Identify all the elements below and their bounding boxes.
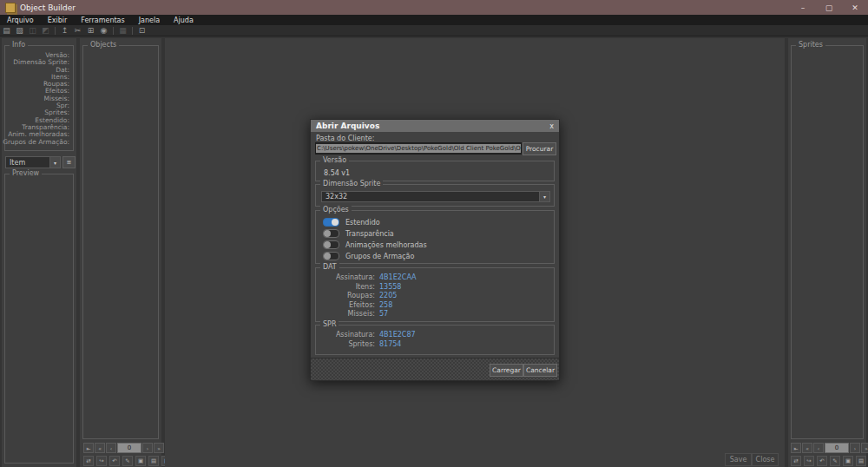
browse-button[interactable]: Procurar bbox=[523, 142, 556, 155]
menu-exibir[interactable]: Exibir bbox=[41, 15, 75, 25]
titlebar: Object Builder – ▢ ✕ bbox=[0, 0, 868, 15]
window-title: Object Builder bbox=[20, 3, 76, 12]
dat-groupbox: DAT Assinatura:4B1E2CAA Itens:13558 Roup… bbox=[315, 267, 555, 322]
viewer-icon[interactable]: ⊞ bbox=[84, 25, 97, 36]
undo-icon[interactable]: ↶ bbox=[817, 456, 827, 466]
toolbar: ▤ ▨ ◫ ◩ ↥ ✂ ⊞ ◉ ▦ ⊡ bbox=[0, 25, 868, 36]
version-value: 8.54 v1 bbox=[324, 169, 350, 177]
object-type-select[interactable]: Item ▾ bbox=[5, 156, 61, 168]
toggle-label: Grupos de Armação bbox=[345, 253, 414, 260]
sprites-panel: Sprites ⇤ « ‹ 0 › » ⇥ ⇄ ↪ ↶ ✎ ▣ ▤ ▦ bbox=[788, 38, 866, 467]
dialog-titlebar[interactable]: Abrir Arquivos x bbox=[311, 120, 559, 132]
chevron-down-icon: ▾ bbox=[49, 157, 60, 168]
dat-row-label: Itens: bbox=[321, 283, 375, 292]
extended-toggle[interactable] bbox=[323, 218, 339, 227]
preview-group-title: Preview bbox=[10, 169, 42, 177]
first-page-icon[interactable]: ⇤ bbox=[791, 443, 801, 453]
list-options-button[interactable]: ≡ bbox=[62, 156, 76, 168]
sprites-tools: ⇄ ↪ ↶ ✎ ▣ ▤ ▦ bbox=[791, 456, 868, 466]
menu-ferramentas[interactable]: Ferramentas bbox=[74, 15, 131, 25]
spr-row-label: Sprites: bbox=[321, 340, 375, 349]
dat-row-label: Roupas: bbox=[321, 292, 375, 300]
fast-next-icon[interactable]: » bbox=[861, 443, 868, 453]
cancel-button[interactable]: Cancelar bbox=[523, 364, 557, 377]
edit-icon[interactable]: ✎ bbox=[122, 456, 133, 466]
close-workspace-button[interactable]: Close bbox=[752, 453, 779, 466]
spr-group-title: SPR bbox=[320, 320, 339, 328]
animation-icon[interactable]: ◉ bbox=[97, 25, 110, 36]
options-groupbox: Opções Estendido Transparência Animações… bbox=[315, 210, 555, 264]
objects-groupbox: Objects bbox=[82, 45, 159, 439]
objects-tools: ⇄ ↪ ↶ ✎ ▣ ▤ ▦ bbox=[83, 456, 172, 466]
object-builder-window: Object Builder – ▢ ✕ Arquivo Exibir Ferr… bbox=[0, 0, 868, 467]
dat-row-value: 2205 bbox=[379, 292, 397, 300]
compile-icon[interactable]: ✂ bbox=[71, 25, 84, 36]
prev-page-icon[interactable]: ‹ bbox=[813, 443, 824, 453]
prev-page-icon[interactable]: ‹ bbox=[106, 443, 116, 453]
save-button[interactable]: Save bbox=[725, 453, 752, 466]
preview-groupbox: Preview bbox=[4, 174, 74, 464]
first-page-icon[interactable]: ⇤ bbox=[83, 443, 94, 453]
objects-panel: Objects ⇤ « ‹ 0 › » ⇥ ⇄ ↪ ↶ ✎ ▣ ▤ ▦ bbox=[80, 38, 161, 467]
fast-next-icon[interactable]: » bbox=[154, 443, 164, 453]
next-page-icon[interactable]: › bbox=[142, 443, 153, 453]
objects-page-input[interactable]: 0 bbox=[117, 443, 141, 453]
log-window-icon[interactable]: ⊡ bbox=[135, 25, 148, 36]
new-object-icon[interactable]: ⇄ bbox=[83, 456, 94, 466]
dialog-title: Abrir Arquivos bbox=[311, 122, 379, 130]
toggle-label: Estendido bbox=[345, 219, 380, 227]
open-files-dialog: Abrir Arquivos x Pasta do Cliente: C:\Us… bbox=[310, 119, 560, 381]
menu-ajuda[interactable]: Ajuda bbox=[167, 15, 201, 25]
minimize-button[interactable]: – bbox=[790, 0, 816, 15]
paste-icon[interactable]: ▤ bbox=[856, 456, 866, 466]
import-icon[interactable]: ↥ bbox=[58, 25, 71, 36]
improved-animations-toggle[interactable] bbox=[323, 240, 339, 249]
next-page-icon[interactable]: › bbox=[850, 443, 860, 453]
client-folder-input[interactable]: C:\Users\pokew\OneDrive\Desktop\PokeGold… bbox=[315, 142, 522, 155]
fast-prev-icon[interactable]: « bbox=[802, 443, 812, 453]
edit-icon[interactable]: ✎ bbox=[830, 456, 840, 466]
undo-icon[interactable]: ↶ bbox=[109, 456, 120, 466]
duplicate-icon[interactable]: ↪ bbox=[804, 456, 814, 466]
paste-icon[interactable]: ▤ bbox=[148, 456, 159, 466]
dialog-footer: Carregar Cancelar bbox=[311, 358, 559, 380]
info-labels: Versão: Dimensão Sprite: Dat: Itens: Rou… bbox=[3, 52, 69, 146]
spr-row-label: Assinatura: bbox=[321, 331, 375, 339]
sprites-groupbox: Sprites bbox=[791, 45, 864, 439]
dimension-group-title: Dimensão Sprite bbox=[320, 180, 383, 187]
frame-groups-toggle[interactable] bbox=[323, 252, 339, 260]
open-client-icon[interactable]: ▨ bbox=[13, 25, 26, 36]
copy-icon[interactable]: ▣ bbox=[843, 456, 853, 466]
maximize-button[interactable]: ▢ bbox=[816, 0, 842, 15]
client-folder-label: Pasta do Cliente: bbox=[316, 135, 374, 142]
spr-row-value: 4B1E2C87 bbox=[379, 331, 416, 339]
dat-row-value: 4B1E2CAA bbox=[379, 273, 417, 282]
version-groupbox: Versão 8.54 v1 bbox=[315, 161, 555, 181]
copy-icon[interactable]: ▣ bbox=[135, 456, 146, 466]
new-object-icon[interactable]: ⇄ bbox=[791, 456, 801, 466]
objects-pager: ⇤ « ‹ 0 › » ⇥ bbox=[83, 443, 175, 453]
load-button[interactable]: Carregar bbox=[490, 364, 523, 377]
sprites-group-title: Sprites bbox=[796, 41, 825, 49]
trash-icon[interactable]: ▦ bbox=[116, 25, 129, 36]
menu-arquivo[interactable]: Arquivo bbox=[0, 15, 41, 25]
menu-janela[interactable]: Janela bbox=[132, 15, 167, 25]
spr-groupbox: SPR Assinatura:4B1E2C87 Sprites:81754 bbox=[315, 325, 555, 355]
sprite-dimension-value: 32x32 bbox=[322, 193, 539, 201]
sprite-dimension-select[interactable]: 32x32 ▾ bbox=[321, 191, 550, 202]
transparency-toggle[interactable] bbox=[323, 229, 339, 238]
info-panel: Info Versão: Dimensão Sprite: Dat: Itens… bbox=[2, 38, 76, 467]
dialog-close-icon[interactable]: x bbox=[549, 122, 559, 130]
client-folder-value: C:\Users\pokew\OneDrive\Desktop\PokeGold… bbox=[316, 144, 522, 153]
new-file-icon[interactable]: ▤ bbox=[0, 25, 13, 36]
save-icon[interactable]: ◫ bbox=[26, 25, 39, 36]
spr-row-value: 81754 bbox=[379, 340, 401, 349]
objects-group-title: Objects bbox=[88, 41, 119, 49]
close-button[interactable]: ✕ bbox=[842, 0, 868, 15]
app-icon bbox=[5, 3, 16, 13]
dat-row-label: Efeitos: bbox=[321, 301, 375, 310]
fast-prev-icon[interactable]: « bbox=[95, 443, 105, 453]
sprites-page-input[interactable]: 0 bbox=[825, 443, 849, 453]
save-as-icon[interactable]: ◩ bbox=[39, 25, 52, 36]
duplicate-icon[interactable]: ↪ bbox=[96, 456, 107, 466]
